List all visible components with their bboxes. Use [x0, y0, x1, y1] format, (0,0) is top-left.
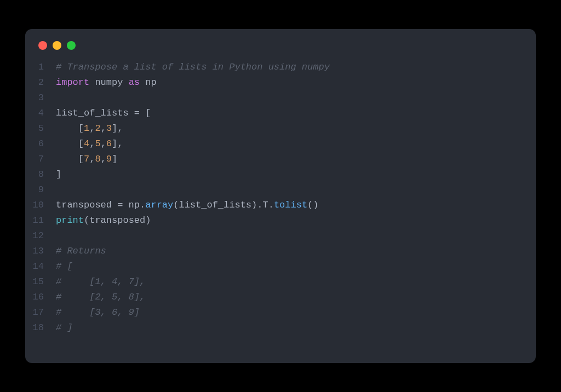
token-punct [123, 77, 128, 88]
token-comment: # [1, 4, 7], [56, 276, 145, 287]
token-punct: [ [56, 154, 84, 164]
code-line: 13# Returns [25, 244, 536, 259]
code-line: 12 [25, 228, 536, 244]
line-number: 18 [25, 320, 56, 336]
line-number: 17 [25, 305, 56, 320]
token-num: 1 [84, 123, 89, 134]
token-func: tolist [274, 200, 307, 210]
token-num: 2 [95, 123, 100, 134]
token-punct: [ [140, 108, 151, 118]
line-content: # [3, 6, 9] [56, 305, 140, 320]
window-titlebar [25, 41, 536, 60]
line-number: 1 [25, 60, 56, 75]
zoom-icon[interactable] [67, 41, 76, 50]
code-line: 1# Transpose a list of lists in Python u… [25, 60, 536, 75]
line-number: 13 [25, 244, 56, 259]
line-number: 5 [25, 121, 56, 136]
token-punct: , [101, 139, 106, 149]
code-line: 18# ] [25, 320, 536, 336]
code-line: 2import numpy as np [25, 75, 536, 90]
token-keyword: as [129, 77, 140, 88]
code-line: 6 [4,5,6], [25, 136, 536, 152]
line-content [56, 228, 61, 244]
code-line: 3 [25, 90, 536, 106]
token-ident: np. [123, 200, 145, 210]
line-content: list_of_lists = [ [56, 106, 151, 121]
line-number: 14 [25, 259, 56, 274]
token-punct: ], [112, 139, 123, 149]
token-comment: # [3, 6, 9] [56, 307, 140, 318]
line-content: # [ [56, 259, 73, 274]
token-func: array [145, 200, 173, 210]
token-module: numpy [95, 77, 123, 88]
line-number: 9 [25, 182, 56, 198]
token-num: 9 [106, 154, 112, 164]
code-line: 7 [7,8,9] [25, 152, 536, 167]
token-punct: ] [112, 154, 117, 164]
token-ident: transposed [56, 200, 117, 210]
token-module: np [145, 77, 156, 88]
token-punct [140, 77, 145, 88]
line-number: 2 [25, 75, 56, 90]
token-punct: , [89, 139, 95, 149]
token-num: 6 [106, 139, 112, 149]
code-line: 17# [3, 6, 9] [25, 305, 536, 320]
token-punct: = [134, 108, 140, 118]
code-line: 9 [25, 182, 536, 198]
token-comment: # Transpose a list of lists in Python us… [56, 62, 330, 72]
line-content: ] [56, 167, 61, 182]
token-punct: [ [56, 123, 84, 134]
line-content: [1,2,3], [56, 121, 123, 136]
line-content: # Returns [56, 244, 106, 259]
line-content: # [2, 5, 8], [56, 290, 145, 305]
token-punct: , [101, 123, 106, 134]
token-keyword: import [56, 77, 89, 88]
code-line: 14# [ [25, 259, 536, 274]
token-comment: # [2, 5, 8], [56, 292, 145, 302]
line-number: 11 [25, 213, 56, 228]
token-punct: () [307, 200, 318, 210]
editor-window: 1# Transpose a list of lists in Python u… [25, 29, 536, 363]
code-line: 16# [2, 5, 8], [25, 290, 536, 305]
line-content: # ] [56, 320, 73, 336]
token-ident: (transposed) [84, 215, 151, 226]
code-line: 10transposed = np.array(list_of_lists).T… [25, 198, 536, 213]
token-punct: , [101, 154, 106, 164]
code-line: 8] [25, 167, 536, 182]
token-comment: # ] [56, 322, 73, 333]
line-content: [4,5,6], [56, 136, 123, 152]
line-number: 6 [25, 136, 56, 152]
token-comment: # [ [56, 261, 73, 272]
token-builtin: print [56, 215, 84, 226]
close-icon[interactable] [38, 41, 47, 50]
token-punct: [ [56, 139, 84, 149]
token-punct: , [89, 154, 95, 164]
token-num: 4 [84, 139, 89, 149]
token-punct: ], [112, 123, 123, 134]
token-punct: ] [56, 169, 61, 180]
code-area: 1# Transpose a list of lists in Python u… [25, 60, 536, 336]
token-num: 8 [95, 154, 100, 164]
token-num: 5 [95, 139, 100, 149]
line-number: 16 [25, 290, 56, 305]
line-content [56, 182, 61, 198]
token-ident: list_of_lists [56, 108, 134, 118]
token-punct: = [117, 200, 123, 210]
token-punct [89, 77, 95, 88]
minimize-icon[interactable] [53, 41, 61, 50]
line-number: 3 [25, 90, 56, 106]
code-line: 5 [1,2,3], [25, 121, 536, 136]
code-line: 4list_of_lists = [ [25, 106, 536, 121]
line-content: import numpy as np [56, 75, 157, 90]
line-content: [7,8,9] [56, 152, 117, 167]
token-ident: (list_of_lists).T. [173, 200, 274, 210]
line-content: # [1, 4, 7], [56, 274, 145, 290]
line-number: 15 [25, 274, 56, 290]
line-number: 8 [25, 167, 56, 182]
line-number: 12 [25, 228, 56, 244]
token-punct: , [89, 123, 95, 134]
token-num: 3 [106, 123, 112, 134]
code-line: 15# [1, 4, 7], [25, 274, 536, 290]
line-number: 4 [25, 106, 56, 121]
code-line: 11print(transposed) [25, 213, 536, 228]
